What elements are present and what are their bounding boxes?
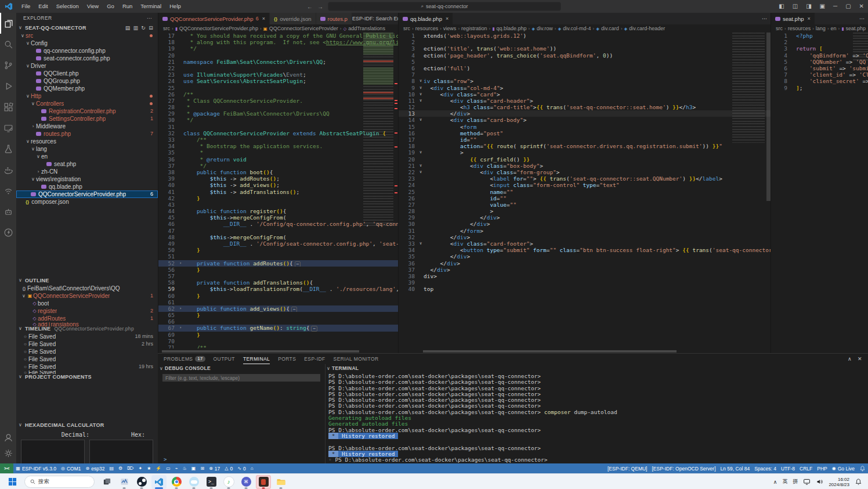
menu-edit[interactable]: Edit: [34, 0, 52, 13]
activity-settings-icon[interactable]: [0, 445, 16, 461]
start-button[interactable]: [5, 475, 20, 489]
nav-forward-icon[interactable]: →: [317, 3, 323, 10]
minimap[interactable]: [363, 33, 393, 228]
explorer-more-icon[interactable]: ⋯: [147, 15, 152, 21]
tree-item[interactable]: QQConnectorServiceProvider.php6: [16, 190, 158, 198]
tree-item[interactable]: ∨resources: [16, 138, 158, 145]
errors-indicator[interactable]: ⊗17: [207, 463, 222, 473]
debug-filter-input[interactable]: Filter (e.g. text, !exclude, \escape): [162, 374, 320, 382]
notifications-bell[interactable]: [857, 463, 868, 473]
ime-language-indicator[interactable]: 英: [782, 478, 787, 486]
flash-icon[interactable]: ▤: [107, 463, 116, 473]
tray-chevron-icon[interactable]: ∧: [773, 479, 777, 485]
timeline-item[interactable]: ○File Saved2 hrs: [16, 340, 158, 348]
hex-input[interactable]: [89, 440, 153, 463]
hex-calculator-header[interactable]: ∨ HEXADECIMAL CALCULATOR: [16, 420, 158, 429]
minimap[interactable]: [853, 33, 868, 62]
clean-icon[interactable]: ⌦: [125, 463, 136, 473]
timeline-item[interactable]: ○File Saved19 hrs: [16, 363, 158, 371]
home-icon[interactable]: ⌂: [248, 463, 256, 473]
taskbar-search[interactable]: 搜索: [24, 476, 95, 488]
activity-docker-icon[interactable]: [0, 159, 16, 180]
tree-item[interactable]: ›zh-CN: [16, 168, 158, 175]
indentation[interactable]: Spaces: 4: [752, 463, 779, 473]
tree-item[interactable]: ∨Controllers: [16, 100, 158, 107]
music-app[interactable]: ♪: [221, 475, 236, 489]
clock[interactable]: 16:02 2024/8/23: [829, 477, 849, 487]
tab-QQConnectorServiceProvider.php[interactable]: QQConnectorServiceProvider.php6×: [158, 13, 270, 24]
tree-item[interactable]: QQGroup.php: [16, 77, 158, 85]
timeline-section-header[interactable]: ∨ TIMELINE QQConnectorServiceProvider.ph…: [16, 324, 158, 333]
maximize-panel-icon[interactable]: ∧: [848, 356, 852, 362]
tree-item[interactable]: RegistrationController.php2: [16, 107, 158, 115]
tree-item[interactable]: seat.php: [16, 160, 158, 168]
tab-routes.p[interactable]: routes.p: [316, 13, 352, 24]
breadcrumb-item[interactable]: ◈div.card-header: [624, 26, 666, 31]
tree-item[interactable]: qq.blade.php: [16, 183, 158, 190]
panel-tab-esp-idf[interactable]: ESP-IDF: [304, 354, 325, 364]
espidf-version[interactable]: ▦ESP-IDF v5.3.0: [13, 463, 59, 473]
minimize-icon[interactable]: ─: [829, 0, 841, 13]
decimal-input[interactable]: [21, 440, 85, 463]
terminal-pane[interactable]: ∨ TERMINAL PS D:\absolute-order.com\seat…: [325, 364, 868, 464]
breadcrumb-item[interactable]: resources: [788, 26, 811, 31]
menu-selection[interactable]: Selection: [52, 0, 83, 13]
breadcrumb-item[interactable]: ▮QQConnectorServiceProvider.php: [175, 26, 258, 31]
activity-source-control-icon[interactable]: [0, 55, 16, 75]
add-icon[interactable]: ⊞: [198, 463, 207, 473]
tree-item[interactable]: ∨Driver: [16, 62, 158, 70]
breadcrumb-item[interactable]: src: [403, 26, 410, 31]
monitor-icon[interactable]: ▭: [164, 463, 173, 473]
wrench-icon[interactable]: ✦: [136, 463, 144, 473]
vscode-app[interactable]: [151, 475, 167, 489]
tree-item[interactable]: ∨src: [16, 32, 158, 39]
openocd-status[interactable]: [ESP-IDF: OpenOCD Server]: [649, 463, 718, 473]
tree-item[interactable]: qq-connector.config.php: [16, 47, 158, 55]
encoding[interactable]: UTF-8: [779, 463, 797, 473]
activity-serial-wireless-icon[interactable]: [0, 180, 16, 201]
activity-testing-icon[interactable]: [0, 138, 16, 159]
menu-go[interactable]: Go: [103, 0, 118, 13]
breadcrumb-item[interactable]: ◈div.col-md-4: [558, 26, 591, 31]
activity-extensions-icon[interactable]: [0, 96, 16, 117]
remote-indicator[interactable]: ><: [0, 463, 13, 473]
code-editor[interactable]: 17 * You should have received a copy of …: [158, 33, 398, 348]
debug-console-prompt[interactable]: >: [164, 456, 167, 462]
more-actions-icon[interactable]: ⋯: [762, 16, 767, 21]
port-indicator[interactable]: ∿0: [235, 463, 248, 473]
qemu-status[interactable]: [ESP-IDF: QEMU]: [605, 463, 649, 473]
terminal-header[interactable]: ∨ TERMINAL: [325, 364, 868, 372]
breadcrumb-item[interactable]: lang: [816, 26, 826, 31]
cloud-app[interactable]: [186, 475, 201, 489]
tree-item[interactable]: QQMember.php: [16, 85, 158, 92]
tree-item[interactable]: seat-connector.config.php: [16, 55, 158, 62]
menu-file[interactable]: File: [17, 0, 34, 13]
refresh-icon[interactable]: ↻: [141, 25, 146, 31]
flame-icon[interactable]: ♨: [180, 463, 189, 473]
outline-item[interactable]: ◇addRoutes1: [16, 315, 158, 322]
notifications-icon[interactable]: [855, 478, 862, 486]
toggle-panel-icon[interactable]: ◫: [789, 0, 802, 13]
build-icon[interactable]: ⚙: [116, 463, 125, 473]
panel-tab-serial-monitor[interactable]: SERIAL MONITOR: [334, 354, 379, 364]
breadcrumb[interactable]: src›resources›views›registration›▮qq.bla…: [399, 24, 771, 33]
breadcrumb-item[interactable]: ▣QQConnectorServiceProvider: [263, 26, 338, 31]
project-components-header[interactable]: ∨ PROJECT COMPONENTS: [16, 372, 158, 381]
ime-pinyin-indicator[interactable]: 拼: [793, 478, 798, 486]
toggle-secondary-sidebar-icon[interactable]: ◨: [802, 0, 815, 13]
chrome-app[interactable]: [169, 475, 184, 489]
nav-back-icon[interactable]: ←: [307, 3, 313, 10]
go-live[interactable]: ◉Go Live: [830, 463, 857, 473]
maximize-icon[interactable]: ▢: [841, 0, 855, 13]
breadcrumb-item[interactable]: src: [776, 26, 783, 31]
game-community-app[interactable]: ⌘: [238, 475, 254, 489]
menu-terminal[interactable]: Terminal: [136, 0, 165, 13]
timeline-item[interactable]: ○File Saved: [16, 348, 158, 355]
breadcrumb-item[interactable]: resources: [415, 26, 439, 31]
cursor-position[interactable]: Ln 59, Col 84: [718, 463, 753, 473]
tree-item[interactable]: QQClient.php: [16, 70, 158, 77]
serial-port[interactable]: ◎COM1: [59, 463, 84, 473]
tree-item[interactable]: {}composer.json: [16, 198, 158, 206]
menu-help[interactable]: Help: [165, 0, 185, 13]
terminal-icon[interactable]: ▣: [189, 463, 198, 473]
